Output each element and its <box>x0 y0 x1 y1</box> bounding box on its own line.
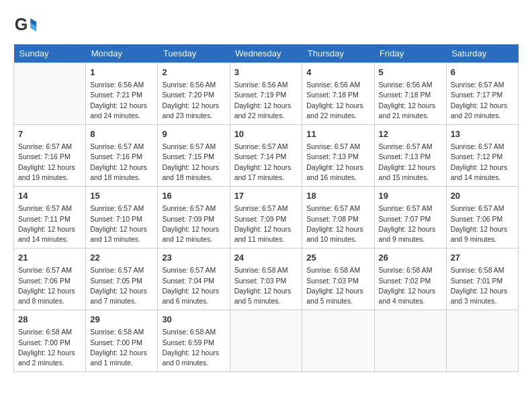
calendar-cell: 26Sunrise: 6:58 AM Sunset: 7:02 PM Dayli… <box>374 248 446 310</box>
day-info: Sunrise: 6:57 AM Sunset: 7:06 PM Dayligh… <box>18 265 81 306</box>
day-info: Sunrise: 6:57 AM Sunset: 7:13 PM Dayligh… <box>306 142 369 183</box>
calendar-cell <box>446 310 518 372</box>
day-number: 21 <box>18 252 81 264</box>
day-number: 2 <box>162 66 225 79</box>
day-number: 29 <box>90 314 153 326</box>
day-info: Sunrise: 6:57 AM Sunset: 7:11 PM Dayligh… <box>18 203 81 244</box>
calendar-week-row: 14Sunrise: 6:57 AM Sunset: 7:11 PM Dayli… <box>14 187 519 248</box>
calendar-cell: 25Sunrise: 6:58 AM Sunset: 7:03 PM Dayli… <box>302 248 374 310</box>
calendar-cell: 7Sunrise: 6:57 AM Sunset: 7:16 PM Daylig… <box>14 125 86 187</box>
day-number: 16 <box>162 190 225 202</box>
day-info: Sunrise: 6:58 AM Sunset: 7:03 PM Dayligh… <box>234 265 298 306</box>
weekday-header: Tuesday <box>158 44 230 63</box>
day-info: Sunrise: 6:58 AM Sunset: 7:00 PM Dayligh… <box>90 327 153 368</box>
calendar-cell: 9Sunrise: 6:57 AM Sunset: 7:15 PM Daylig… <box>158 125 230 187</box>
calendar-cell <box>302 310 374 372</box>
calendar-cell: 19Sunrise: 6:57 AM Sunset: 7:07 PM Dayli… <box>374 187 446 248</box>
day-info: Sunrise: 6:57 AM Sunset: 7:09 PM Dayligh… <box>234 203 298 244</box>
calendar-cell: 3Sunrise: 6:56 AM Sunset: 7:19 PM Daylig… <box>230 63 302 125</box>
day-info: Sunrise: 6:56 AM Sunset: 7:18 PM Dayligh… <box>379 80 442 121</box>
day-number: 26 <box>379 252 442 264</box>
calendar-cell <box>374 310 446 372</box>
calendar-week-row: 28Sunrise: 6:58 AM Sunset: 7:00 PM Dayli… <box>14 310 519 372</box>
day-info: Sunrise: 6:57 AM Sunset: 7:05 PM Dayligh… <box>90 265 153 306</box>
calendar-cell: 21Sunrise: 6:57 AM Sunset: 7:06 PM Dayli… <box>14 248 86 310</box>
day-number: 9 <box>162 128 225 140</box>
day-number: 11 <box>306 128 369 140</box>
calendar-cell: 28Sunrise: 6:58 AM Sunset: 7:00 PM Dayli… <box>14 310 86 372</box>
day-number: 7 <box>18 128 81 140</box>
calendar-week-row: 21Sunrise: 6:57 AM Sunset: 7:06 PM Dayli… <box>14 248 519 310</box>
calendar-cell: 24Sunrise: 6:58 AM Sunset: 7:03 PM Dayli… <box>230 248 302 310</box>
calendar-cell <box>230 310 302 372</box>
calendar-cell: 15Sunrise: 6:57 AM Sunset: 7:10 PM Dayli… <box>86 187 158 248</box>
calendar-cell: 23Sunrise: 6:57 AM Sunset: 7:04 PM Dayli… <box>158 248 230 310</box>
day-number: 5 <box>379 66 442 79</box>
calendar-cell: 4Sunrise: 6:56 AM Sunset: 7:18 PM Daylig… <box>302 63 374 125</box>
day-number: 15 <box>90 190 153 202</box>
day-info: Sunrise: 6:58 AM Sunset: 7:02 PM Dayligh… <box>379 265 442 306</box>
day-number: 8 <box>90 128 153 140</box>
day-info: Sunrise: 6:57 AM Sunset: 7:08 PM Dayligh… <box>306 203 369 244</box>
day-info: Sunrise: 6:58 AM Sunset: 6:59 PM Dayligh… <box>162 327 225 368</box>
calendar-cell: 30Sunrise: 6:58 AM Sunset: 6:59 PM Dayli… <box>158 310 230 372</box>
day-info: Sunrise: 6:57 AM Sunset: 7:06 PM Dayligh… <box>451 203 514 244</box>
day-info: Sunrise: 6:57 AM Sunset: 7:12 PM Dayligh… <box>451 142 514 183</box>
day-info: Sunrise: 6:57 AM Sunset: 7:04 PM Dayligh… <box>162 265 225 306</box>
day-number: 27 <box>451 252 514 264</box>
day-info: Sunrise: 6:56 AM Sunset: 7:21 PM Dayligh… <box>90 80 153 121</box>
svg-text:G: G <box>15 15 28 34</box>
weekday-header: Monday <box>86 44 158 63</box>
calendar-cell: 22Sunrise: 6:57 AM Sunset: 7:05 PM Dayli… <box>86 248 158 310</box>
day-info: Sunrise: 6:57 AM Sunset: 7:09 PM Dayligh… <box>162 203 225 244</box>
weekday-header: Wednesday <box>230 44 302 63</box>
calendar-cell <box>14 63 86 125</box>
calendar-cell: 11Sunrise: 6:57 AM Sunset: 7:13 PM Dayli… <box>302 125 374 187</box>
day-number: 23 <box>162 252 225 264</box>
calendar-cell: 10Sunrise: 6:57 AM Sunset: 7:14 PM Dayli… <box>230 125 302 187</box>
calendar-cell: 29Sunrise: 6:58 AM Sunset: 7:00 PM Dayli… <box>86 310 158 372</box>
weekday-header: Sunday <box>14 44 86 63</box>
day-info: Sunrise: 6:57 AM Sunset: 7:10 PM Dayligh… <box>90 203 153 244</box>
day-number: 30 <box>162 314 225 326</box>
day-info: Sunrise: 6:56 AM Sunset: 7:19 PM Dayligh… <box>234 80 298 121</box>
day-number: 18 <box>306 190 369 202</box>
calendar-cell: 8Sunrise: 6:57 AM Sunset: 7:16 PM Daylig… <box>86 125 158 187</box>
day-number: 4 <box>306 66 369 79</box>
calendar-cell: 12Sunrise: 6:57 AM Sunset: 7:13 PM Dayli… <box>374 125 446 187</box>
calendar-cell: 6Sunrise: 6:57 AM Sunset: 7:17 PM Daylig… <box>446 63 518 125</box>
calendar-cell: 27Sunrise: 6:58 AM Sunset: 7:01 PM Dayli… <box>446 248 518 310</box>
day-number: 10 <box>234 128 298 140</box>
calendar-cell: 17Sunrise: 6:57 AM Sunset: 7:09 PM Dayli… <box>230 187 302 248</box>
calendar-table: SundayMondayTuesdayWednesdayThursdayFrid… <box>13 44 519 372</box>
calendar-cell: 14Sunrise: 6:57 AM Sunset: 7:11 PM Dayli… <box>14 187 86 248</box>
calendar-cell: 5Sunrise: 6:56 AM Sunset: 7:18 PM Daylig… <box>374 63 446 125</box>
day-number: 12 <box>379 128 442 140</box>
calendar-cell: 16Sunrise: 6:57 AM Sunset: 7:09 PM Dayli… <box>158 187 230 248</box>
calendar-cell: 18Sunrise: 6:57 AM Sunset: 7:08 PM Dayli… <box>302 187 374 248</box>
day-number: 3 <box>234 66 298 79</box>
calendar-week-row: 1Sunrise: 6:56 AM Sunset: 7:21 PM Daylig… <box>14 63 519 125</box>
day-info: Sunrise: 6:58 AM Sunset: 7:03 PM Dayligh… <box>306 265 369 306</box>
day-info: Sunrise: 6:58 AM Sunset: 7:00 PM Dayligh… <box>18 327 81 368</box>
day-info: Sunrise: 6:58 AM Sunset: 7:01 PM Dayligh… <box>451 265 514 306</box>
day-number: 13 <box>451 128 514 140</box>
day-info: Sunrise: 6:56 AM Sunset: 7:20 PM Dayligh… <box>162 80 225 121</box>
day-number: 22 <box>90 252 153 264</box>
day-number: 6 <box>451 66 514 79</box>
day-number: 24 <box>234 252 298 264</box>
day-info: Sunrise: 6:57 AM Sunset: 7:07 PM Dayligh… <box>379 203 442 244</box>
calendar-cell: 2Sunrise: 6:56 AM Sunset: 7:20 PM Daylig… <box>158 63 230 125</box>
weekday-header: Friday <box>374 44 446 63</box>
day-info: Sunrise: 6:57 AM Sunset: 7:17 PM Dayligh… <box>451 80 514 121</box>
logo-icon: G <box>13 13 38 38</box>
calendar-cell: 20Sunrise: 6:57 AM Sunset: 7:06 PM Dayli… <box>446 187 518 248</box>
day-number: 25 <box>306 252 369 264</box>
day-number: 14 <box>18 190 81 202</box>
day-number: 1 <box>90 66 153 79</box>
weekday-header: Saturday <box>446 44 518 63</box>
header: G <box>13 13 519 38</box>
day-number: 28 <box>18 314 81 326</box>
day-info: Sunrise: 6:57 AM Sunset: 7:15 PM Dayligh… <box>162 142 225 183</box>
day-info: Sunrise: 6:57 AM Sunset: 7:16 PM Dayligh… <box>18 142 81 183</box>
